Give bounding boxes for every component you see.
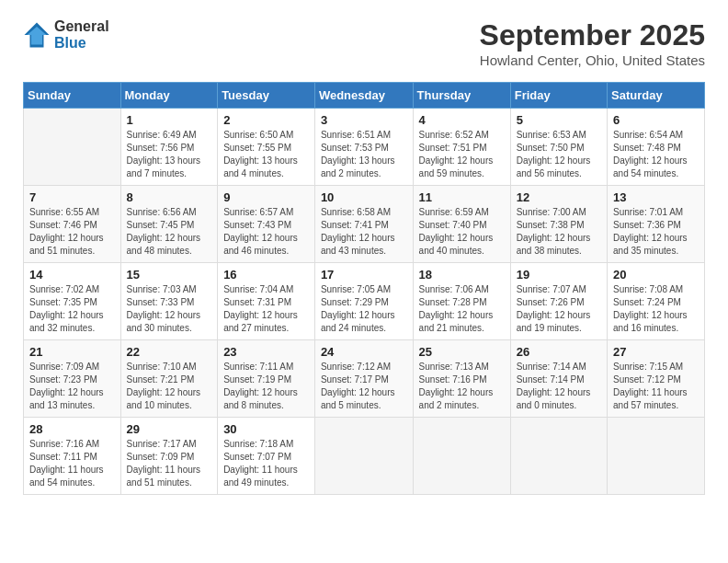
calendar-cell: 6Sunrise: 6:54 AM Sunset: 7:48 PM Daylig… (608, 109, 705, 186)
day-number: 30 (223, 422, 309, 436)
calendar-cell: 14Sunrise: 7:02 AM Sunset: 7:35 PM Dayli… (24, 263, 121, 340)
calendar-cell (24, 109, 121, 186)
calendar-cell: 22Sunrise: 7:10 AM Sunset: 7:21 PM Dayli… (120, 340, 218, 418)
day-number: 16 (223, 268, 309, 282)
day-header-monday: Monday (120, 83, 218, 109)
cell-info: Sunrise: 6:50 AM Sunset: 7:55 PM Dayligh… (223, 129, 309, 180)
day-number: 18 (419, 268, 505, 282)
day-number: 11 (419, 190, 505, 204)
calendar-cell: 11Sunrise: 6:59 AM Sunset: 7:40 PM Dayli… (413, 186, 510, 263)
cell-info: Sunrise: 7:18 AM Sunset: 7:07 PM Dayligh… (223, 438, 309, 489)
cell-info: Sunrise: 7:15 AM Sunset: 7:12 PM Dayligh… (613, 361, 699, 412)
calendar-cell (510, 418, 607, 495)
day-number: 27 (613, 345, 699, 359)
day-header-friday: Friday (510, 83, 607, 109)
calendar-cell: 16Sunrise: 7:04 AM Sunset: 7:31 PM Dayli… (218, 263, 315, 340)
cell-info: Sunrise: 7:06 AM Sunset: 7:28 PM Dayligh… (419, 283, 505, 335)
day-number: 3 (321, 113, 407, 127)
calendar-cell: 12Sunrise: 7:00 AM Sunset: 7:38 PM Dayli… (510, 186, 607, 263)
logo-general-text: General (54, 18, 109, 35)
calendar-cell (413, 418, 510, 495)
cell-info: Sunrise: 7:12 AM Sunset: 7:17 PM Dayligh… (321, 361, 407, 412)
calendar-cell: 10Sunrise: 6:58 AM Sunset: 7:41 PM Dayli… (314, 186, 413, 263)
day-number: 26 (517, 345, 601, 359)
cell-info: Sunrise: 7:17 AM Sunset: 7:09 PM Dayligh… (127, 438, 212, 489)
cell-info: Sunrise: 7:07 AM Sunset: 7:26 PM Dayligh… (517, 283, 601, 335)
month-year-title: September 2025 (480, 18, 705, 52)
title-block: September 2025 Howland Center, Ohio, Uni… (480, 18, 705, 68)
cell-info: Sunrise: 7:08 AM Sunset: 7:24 PM Dayligh… (613, 283, 699, 335)
calendar-cell: 26Sunrise: 7:14 AM Sunset: 7:14 PM Dayli… (510, 340, 607, 418)
day-number: 1 (127, 113, 212, 127)
calendar-cell: 27Sunrise: 7:15 AM Sunset: 7:12 PM Dayli… (608, 340, 705, 418)
day-number: 24 (321, 345, 407, 359)
day-number: 5 (517, 113, 601, 127)
page-header: General Blue September 2025 Howland Cent… (23, 18, 705, 68)
calendar-cell: 23Sunrise: 7:11 AM Sunset: 7:19 PM Dayli… (218, 340, 315, 418)
day-number: 22 (127, 345, 212, 359)
location-subtitle: Howland Center, Ohio, United States (480, 52, 705, 68)
day-number: 12 (517, 190, 601, 204)
calendar-cell: 3Sunrise: 6:51 AM Sunset: 7:53 PM Daylig… (314, 109, 413, 186)
cell-info: Sunrise: 7:13 AM Sunset: 7:16 PM Dayligh… (419, 361, 505, 412)
day-number: 4 (419, 113, 505, 127)
day-number: 21 (29, 345, 115, 359)
day-number: 10 (321, 190, 407, 204)
cell-info: Sunrise: 7:14 AM Sunset: 7:14 PM Dayligh… (517, 361, 601, 412)
cell-info: Sunrise: 7:16 AM Sunset: 7:11 PM Dayligh… (29, 438, 115, 489)
cell-info: Sunrise: 6:49 AM Sunset: 7:56 PM Dayligh… (127, 129, 212, 180)
cell-info: Sunrise: 6:53 AM Sunset: 7:50 PM Dayligh… (517, 129, 601, 180)
day-number: 17 (321, 268, 407, 282)
calendar-cell: 4Sunrise: 6:52 AM Sunset: 7:51 PM Daylig… (413, 109, 510, 186)
day-header-wednesday: Wednesday (314, 83, 413, 109)
cell-info: Sunrise: 7:04 AM Sunset: 7:31 PM Dayligh… (223, 283, 309, 335)
logo-icon (23, 21, 51, 49)
calendar-cell: 15Sunrise: 7:03 AM Sunset: 7:33 PM Dayli… (120, 263, 218, 340)
day-header-tuesday: Tuesday (218, 83, 315, 109)
calendar-cell: 19Sunrise: 7:07 AM Sunset: 7:26 PM Dayli… (510, 263, 607, 340)
cell-info: Sunrise: 6:52 AM Sunset: 7:51 PM Dayligh… (419, 129, 505, 180)
calendar-cell: 21Sunrise: 7:09 AM Sunset: 7:23 PM Dayli… (24, 340, 121, 418)
calendar-cell: 7Sunrise: 6:55 AM Sunset: 7:46 PM Daylig… (24, 186, 121, 263)
calendar-week-row: 14Sunrise: 7:02 AM Sunset: 7:35 PM Dayli… (24, 263, 705, 340)
cell-info: Sunrise: 6:57 AM Sunset: 7:43 PM Dayligh… (223, 206, 309, 258)
cell-info: Sunrise: 6:55 AM Sunset: 7:46 PM Dayligh… (29, 206, 115, 258)
day-number: 7 (29, 190, 115, 204)
day-number: 8 (127, 190, 212, 204)
cell-info: Sunrise: 7:02 AM Sunset: 7:35 PM Dayligh… (29, 283, 115, 335)
day-number: 15 (127, 268, 212, 282)
cell-info: Sunrise: 6:54 AM Sunset: 7:48 PM Dayligh… (613, 129, 699, 180)
calendar-cell: 9Sunrise: 6:57 AM Sunset: 7:43 PM Daylig… (218, 186, 315, 263)
calendar-week-row: 28Sunrise: 7:16 AM Sunset: 7:11 PM Dayli… (24, 418, 705, 495)
calendar-cell: 1Sunrise: 6:49 AM Sunset: 7:56 PM Daylig… (120, 109, 218, 186)
calendar-cell: 17Sunrise: 7:05 AM Sunset: 7:29 PM Dayli… (314, 263, 413, 340)
day-number: 2 (223, 113, 309, 127)
logo-text: General Blue (54, 18, 109, 51)
cell-info: Sunrise: 7:00 AM Sunset: 7:38 PM Dayligh… (517, 206, 601, 258)
cell-info: Sunrise: 7:11 AM Sunset: 7:19 PM Dayligh… (223, 361, 309, 412)
calendar-cell: 8Sunrise: 6:56 AM Sunset: 7:45 PM Daylig… (120, 186, 218, 263)
calendar-week-row: 1Sunrise: 6:49 AM Sunset: 7:56 PM Daylig… (24, 109, 705, 186)
calendar-cell: 20Sunrise: 7:08 AM Sunset: 7:24 PM Dayli… (608, 263, 705, 340)
logo: General Blue (23, 18, 109, 51)
day-number: 28 (29, 422, 115, 436)
calendar-cell: 30Sunrise: 7:18 AM Sunset: 7:07 PM Dayli… (218, 418, 315, 495)
day-number: 29 (127, 422, 212, 436)
cell-info: Sunrise: 7:10 AM Sunset: 7:21 PM Dayligh… (127, 361, 212, 412)
day-header-thursday: Thursday (413, 83, 510, 109)
cell-info: Sunrise: 6:58 AM Sunset: 7:41 PM Dayligh… (321, 206, 407, 258)
day-number: 23 (223, 345, 309, 359)
calendar-header-row: SundayMondayTuesdayWednesdayThursdayFrid… (24, 83, 705, 109)
cell-info: Sunrise: 7:05 AM Sunset: 7:29 PM Dayligh… (321, 283, 407, 335)
calendar-cell: 5Sunrise: 6:53 AM Sunset: 7:50 PM Daylig… (510, 109, 607, 186)
day-number: 19 (517, 268, 601, 282)
calendar-cell (314, 418, 413, 495)
calendar-cell: 28Sunrise: 7:16 AM Sunset: 7:11 PM Dayli… (24, 418, 121, 495)
cell-info: Sunrise: 7:03 AM Sunset: 7:33 PM Dayligh… (127, 283, 212, 335)
cell-info: Sunrise: 6:59 AM Sunset: 7:40 PM Dayligh… (419, 206, 505, 258)
calendar-week-row: 21Sunrise: 7:09 AM Sunset: 7:23 PM Dayli… (24, 340, 705, 418)
calendar-cell: 24Sunrise: 7:12 AM Sunset: 7:17 PM Dayli… (314, 340, 413, 418)
calendar-table: SundayMondayTuesdayWednesdayThursdayFrid… (23, 82, 705, 495)
calendar-cell: 25Sunrise: 7:13 AM Sunset: 7:16 PM Dayli… (413, 340, 510, 418)
day-number: 6 (613, 113, 699, 127)
